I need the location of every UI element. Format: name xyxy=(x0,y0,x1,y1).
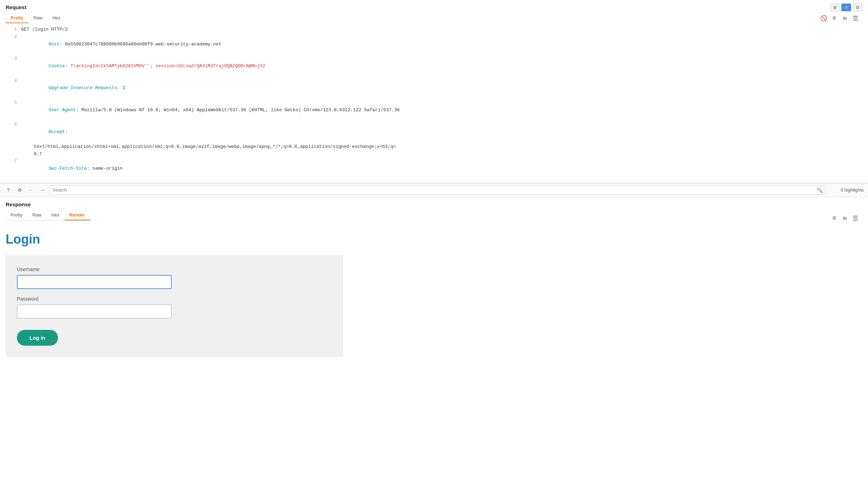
code-line-6-cont: text/html,application/xhtml+xml,applicat… xyxy=(6,143,862,151)
rendered-response: Login Username Password Log in xyxy=(6,226,862,363)
code-line-1: 1 GET /login HTTP/2 xyxy=(6,26,862,33)
tab-render-response[interactable]: Render xyxy=(64,210,90,220)
search-input[interactable] xyxy=(52,187,817,193)
newline-icon[interactable]: \n xyxy=(841,14,849,23)
grid-view-btn[interactable]: ⊞ xyxy=(830,4,840,11)
tab-hex-response[interactable]: Hex xyxy=(46,210,64,220)
code-line-7: 7 Sec-Fetch-Site: same-origin xyxy=(6,158,862,180)
newline-response-icon[interactable]: \n xyxy=(841,214,849,222)
login-button[interactable]: Log in xyxy=(17,330,58,346)
username-label: Username xyxy=(17,266,332,272)
code-line-3: 3 Cookie: TrackingId=CkSAMTyb8281VM9V'';… xyxy=(6,55,862,77)
code-line-2: 2 Host: 0a550023047c788080b9086a00eb00f9… xyxy=(6,33,862,55)
tab-raw-request[interactable]: Raw xyxy=(28,13,47,23)
code-line-4: 4 Upgrade-Insecure-Requests: 1 xyxy=(6,77,862,99)
response-title: Response xyxy=(6,201,862,207)
request-title: Request xyxy=(6,4,862,10)
username-group: Username xyxy=(17,266,332,289)
split-view-btn[interactable]: ⊟ xyxy=(853,4,862,11)
request-panel: Request Pretty Raw Hex 🚫 ≡ \n ☰ 1 GET /l… xyxy=(0,0,868,183)
password-input[interactable] xyxy=(17,305,172,319)
response-tabs: Pretty Raw Hex Render xyxy=(6,210,90,221)
menu-icon[interactable]: ☰ xyxy=(851,14,860,23)
code-line-6-cont2: 0.7 xyxy=(6,151,862,158)
search-bar: ? ⚙ ← → 🔍 0 highlights xyxy=(0,183,868,197)
highlights-count: 0 highlights xyxy=(829,187,864,193)
password-group: Password xyxy=(17,296,332,319)
format-response-icon[interactable]: ≡ xyxy=(830,214,838,222)
search-input-wrapper: 🔍 xyxy=(49,186,826,195)
response-panel: Response Pretty Raw Hex Render ≡ \n ☰ Lo… xyxy=(0,197,868,363)
login-form-container: Username Password Log in xyxy=(6,255,343,357)
request-code-block: 1 GET /login HTTP/2 2 Host: 0a550023047c… xyxy=(6,23,862,183)
menu-response-icon[interactable]: ☰ xyxy=(851,214,860,222)
tab-raw-response[interactable]: Raw xyxy=(27,210,46,220)
tab-pretty-request[interactable]: Pretty xyxy=(6,13,28,23)
search-next-btn[interactable]: → xyxy=(38,186,46,194)
login-page-title: Login xyxy=(6,232,862,247)
search-prev-btn[interactable]: ← xyxy=(27,186,35,194)
request-tabs: Pretty Raw Hex xyxy=(6,13,65,23)
view-mode-toolbar: ⊞ ≡ ⊟ xyxy=(830,4,862,11)
format-icon[interactable]: ≡ xyxy=(830,14,838,23)
help-icon[interactable]: ? xyxy=(4,186,13,194)
settings-icon[interactable]: ⚙ xyxy=(15,186,24,194)
no-intercept-icon[interactable]: 🚫 xyxy=(819,14,828,23)
username-input[interactable] xyxy=(17,275,172,289)
code-line-6: 6 Accept: xyxy=(6,121,862,143)
tab-hex-request[interactable]: Hex xyxy=(47,13,65,23)
password-label: Password xyxy=(17,296,332,302)
list-view-btn[interactable]: ≡ xyxy=(841,4,851,11)
search-magnifier-icon: 🔍 xyxy=(817,187,823,193)
code-line-5: 5 User-Agent: Mozilla/5.0 (Windows NT 10… xyxy=(6,99,862,121)
tab-pretty-response[interactable]: Pretty xyxy=(6,210,27,220)
